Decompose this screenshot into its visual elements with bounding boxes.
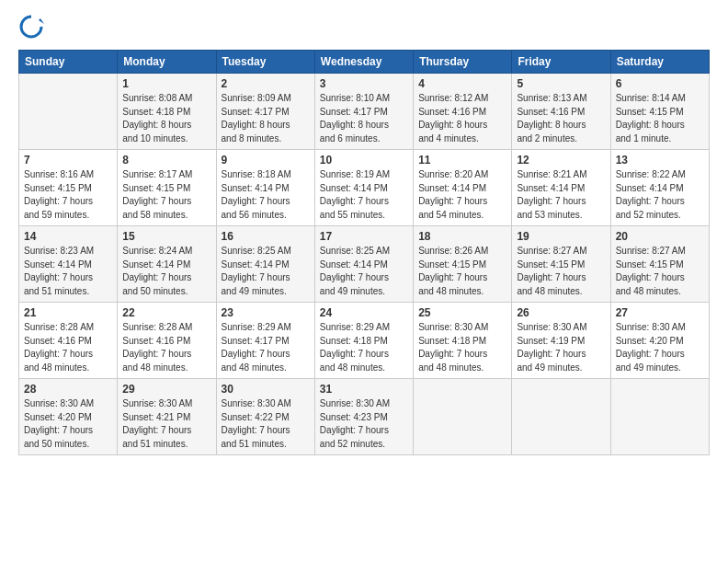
- calendar-cell: 25Sunrise: 8:30 AM Sunset: 4:18 PM Dayli…: [414, 303, 512, 379]
- day-info: Sunrise: 8:30 AM Sunset: 4:20 PM Dayligh…: [616, 321, 704, 374]
- day-number: 8: [122, 154, 210, 167]
- day-number: 23: [222, 306, 310, 319]
- day-number: 31: [320, 383, 408, 396]
- calendar-cell: 16Sunrise: 8:25 AM Sunset: 4:14 PM Dayli…: [216, 226, 314, 303]
- calendar-cell: 9Sunrise: 8:18 AM Sunset: 4:14 PM Daylig…: [216, 150, 314, 226]
- calendar-week-3: 21Sunrise: 8:28 AM Sunset: 4:16 PM Dayli…: [19, 303, 710, 379]
- calendar-cell: 18Sunrise: 8:26 AM Sunset: 4:15 PM Dayli…: [414, 226, 512, 303]
- header-day-thursday: Thursday: [414, 51, 512, 74]
- calendar-cell: 22Sunrise: 8:28 AM Sunset: 4:16 PM Dayli…: [118, 303, 216, 379]
- day-number: 20: [616, 230, 704, 243]
- calendar-week-4: 28Sunrise: 8:30 AM Sunset: 4:20 PM Dayli…: [19, 379, 710, 455]
- page-container: SundayMondayTuesdayWednesdayThursdayFrid…: [0, 0, 728, 465]
- day-info: Sunrise: 8:09 AM Sunset: 4:17 PM Dayligh…: [222, 92, 310, 145]
- header-day-tuesday: Tuesday: [216, 51, 314, 74]
- calendar-cell: 14Sunrise: 8:23 AM Sunset: 4:14 PM Dayli…: [19, 226, 118, 303]
- day-info: Sunrise: 8:30 AM Sunset: 4:20 PM Dayligh…: [24, 397, 112, 451]
- calendar-cell: 31Sunrise: 8:30 AM Sunset: 4:23 PM Dayli…: [314, 379, 413, 455]
- calendar-week-2: 14Sunrise: 8:23 AM Sunset: 4:14 PM Dayli…: [19, 226, 710, 303]
- calendar-cell: 21Sunrise: 8:28 AM Sunset: 4:16 PM Dayli…: [19, 303, 118, 379]
- calendar-cell: 13Sunrise: 8:22 AM Sunset: 4:14 PM Dayli…: [610, 150, 709, 226]
- logo: [18, 15, 48, 40]
- day-info: Sunrise: 8:30 AM Sunset: 4:21 PM Dayligh…: [122, 397, 210, 451]
- day-info: Sunrise: 8:12 AM Sunset: 4:16 PM Dayligh…: [418, 92, 506, 145]
- day-number: 19: [517, 230, 605, 243]
- day-info: Sunrise: 8:25 AM Sunset: 4:14 PM Dayligh…: [222, 245, 310, 298]
- day-info: Sunrise: 8:25 AM Sunset: 4:14 PM Dayligh…: [320, 245, 408, 298]
- day-info: Sunrise: 8:30 AM Sunset: 4:18 PM Dayligh…: [418, 321, 506, 374]
- day-info: Sunrise: 8:26 AM Sunset: 4:15 PM Dayligh…: [418, 245, 506, 298]
- day-info: Sunrise: 8:10 AM Sunset: 4:17 PM Dayligh…: [320, 92, 408, 145]
- calendar-cell: 23Sunrise: 8:29 AM Sunset: 4:17 PM Dayli…: [216, 303, 314, 379]
- day-info: Sunrise: 8:30 AM Sunset: 4:23 PM Dayligh…: [320, 397, 408, 451]
- calendar-cell: 20Sunrise: 8:27 AM Sunset: 4:15 PM Dayli…: [610, 226, 709, 303]
- calendar-cell: 1Sunrise: 8:08 AM Sunset: 4:18 PM Daylig…: [118, 74, 216, 150]
- day-info: Sunrise: 8:29 AM Sunset: 4:17 PM Dayligh…: [222, 321, 310, 374]
- calendar-table: SundayMondayTuesdayWednesdayThursdayFrid…: [18, 50, 710, 455]
- day-info: Sunrise: 8:30 AM Sunset: 4:22 PM Dayligh…: [222, 397, 310, 451]
- day-info: Sunrise: 8:21 AM Sunset: 4:14 PM Dayligh…: [517, 168, 605, 222]
- day-info: Sunrise: 8:20 AM Sunset: 4:14 PM Dayligh…: [418, 168, 506, 222]
- calendar-cell: [414, 379, 512, 455]
- calendar-cell: 2Sunrise: 8:09 AM Sunset: 4:17 PM Daylig…: [216, 74, 314, 150]
- day-number: 2: [222, 77, 310, 90]
- calendar-cell: 24Sunrise: 8:29 AM Sunset: 4:18 PM Dayli…: [314, 303, 413, 379]
- day-info: Sunrise: 8:19 AM Sunset: 4:14 PM Dayligh…: [320, 168, 408, 222]
- calendar-cell: 3Sunrise: 8:10 AM Sunset: 4:17 PM Daylig…: [314, 74, 413, 150]
- calendar-cell: [512, 379, 610, 455]
- day-info: Sunrise: 8:27 AM Sunset: 4:15 PM Dayligh…: [517, 245, 605, 298]
- day-number: 15: [122, 230, 210, 243]
- svg-marker-0: [39, 18, 44, 24]
- day-info: Sunrise: 8:17 AM Sunset: 4:15 PM Dayligh…: [122, 168, 210, 222]
- calendar-cell: 11Sunrise: 8:20 AM Sunset: 4:14 PM Dayli…: [414, 150, 512, 226]
- day-number: 25: [418, 306, 506, 319]
- calendar-cell: 28Sunrise: 8:30 AM Sunset: 4:20 PM Dayli…: [19, 379, 118, 455]
- day-number: 22: [122, 306, 210, 319]
- day-number: 30: [222, 383, 310, 396]
- day-number: 24: [320, 306, 408, 319]
- header-day-saturday: Saturday: [610, 51, 709, 74]
- day-info: Sunrise: 8:22 AM Sunset: 4:14 PM Dayligh…: [616, 168, 704, 222]
- day-info: Sunrise: 8:08 AM Sunset: 4:18 PM Dayligh…: [122, 92, 210, 145]
- day-number: 13: [616, 154, 704, 167]
- header-day-sunday: Sunday: [19, 51, 118, 74]
- calendar-cell: 5Sunrise: 8:13 AM Sunset: 4:16 PM Daylig…: [512, 74, 610, 150]
- day-number: 1: [122, 77, 210, 90]
- day-info: Sunrise: 8:28 AM Sunset: 4:16 PM Dayligh…: [24, 321, 112, 374]
- day-number: 12: [517, 154, 605, 167]
- calendar-cell: 10Sunrise: 8:19 AM Sunset: 4:14 PM Dayli…: [314, 150, 413, 226]
- day-number: 16: [222, 230, 310, 243]
- day-info: Sunrise: 8:28 AM Sunset: 4:16 PM Dayligh…: [122, 321, 210, 374]
- day-info: Sunrise: 8:29 AM Sunset: 4:18 PM Dayligh…: [320, 321, 408, 374]
- day-number: 6: [616, 77, 704, 90]
- day-info: Sunrise: 8:27 AM Sunset: 4:15 PM Dayligh…: [616, 245, 704, 298]
- day-number: 18: [418, 230, 506, 243]
- day-number: 29: [122, 383, 210, 396]
- calendar-cell: 4Sunrise: 8:12 AM Sunset: 4:16 PM Daylig…: [414, 74, 512, 150]
- calendar-week-0: 1Sunrise: 8:08 AM Sunset: 4:18 PM Daylig…: [19, 74, 710, 150]
- logo-icon: [18, 15, 44, 40]
- day-number: 17: [320, 230, 408, 243]
- day-number: 4: [418, 77, 506, 90]
- calendar-cell: 30Sunrise: 8:30 AM Sunset: 4:22 PM Dayli…: [216, 379, 314, 455]
- calendar-cell: 29Sunrise: 8:30 AM Sunset: 4:21 PM Dayli…: [118, 379, 216, 455]
- calendar-cell: 19Sunrise: 8:27 AM Sunset: 4:15 PM Dayli…: [512, 226, 610, 303]
- calendar-cell: 17Sunrise: 8:25 AM Sunset: 4:14 PM Dayli…: [314, 226, 413, 303]
- day-info: Sunrise: 8:14 AM Sunset: 4:15 PM Dayligh…: [616, 92, 704, 145]
- calendar-cell: 27Sunrise: 8:30 AM Sunset: 4:20 PM Dayli…: [610, 303, 709, 379]
- day-info: Sunrise: 8:24 AM Sunset: 4:14 PM Dayligh…: [122, 245, 210, 298]
- header-day-friday: Friday: [512, 51, 610, 74]
- day-number: 27: [616, 306, 704, 319]
- calendar-week-1: 7Sunrise: 8:16 AM Sunset: 4:15 PM Daylig…: [19, 150, 710, 226]
- day-info: Sunrise: 8:13 AM Sunset: 4:16 PM Dayligh…: [517, 92, 605, 145]
- calendar-cell: [610, 379, 709, 455]
- day-info: Sunrise: 8:30 AM Sunset: 4:19 PM Dayligh…: [517, 321, 605, 374]
- day-info: Sunrise: 8:16 AM Sunset: 4:15 PM Dayligh…: [24, 168, 112, 222]
- day-number: 26: [517, 306, 605, 319]
- calendar-cell: 8Sunrise: 8:17 AM Sunset: 4:15 PM Daylig…: [118, 150, 216, 226]
- calendar-header-row: SundayMondayTuesdayWednesdayThursdayFrid…: [19, 51, 710, 74]
- day-number: 7: [24, 154, 112, 167]
- day-number: 14: [24, 230, 112, 243]
- header-day-monday: Monday: [118, 51, 216, 74]
- calendar-cell: [19, 74, 118, 150]
